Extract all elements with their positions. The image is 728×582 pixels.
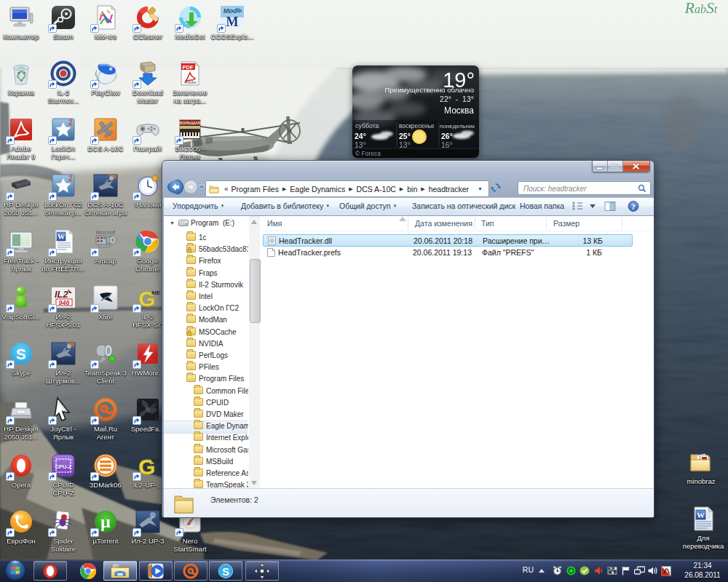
svg-text:Преимущественно облачно: Преимущественно облачно xyxy=(385,86,474,94)
svg-text:946: 946 xyxy=(58,299,70,306)
svg-text:2: 2 xyxy=(68,175,73,183)
svg-text:понедельник: понедельник xyxy=(440,123,475,129)
svg-text:Adobe: Adobe xyxy=(185,80,197,84)
svg-text:ME: ME xyxy=(151,458,161,464)
svg-text:13°: 13° xyxy=(399,140,411,149)
svg-text:воскресенье: воскресенье xyxy=(399,122,435,129)
svg-text:Microsoft: Microsoft xyxy=(96,230,116,235)
svg-text:16°: 16° xyxy=(441,140,453,149)
svg-text:W: W xyxy=(697,511,705,519)
svg-text:Mod: Mod xyxy=(223,7,237,15)
svg-text:RabSt: RabSt xyxy=(684,0,718,17)
svg-text:13°: 13° xyxy=(355,140,366,149)
svg-text:26°: 26° xyxy=(441,132,453,140)
svg-text:PDF: PDF xyxy=(183,64,194,71)
svg-text:суббота: суббота xyxy=(355,122,379,129)
svg-text:24°: 24° xyxy=(355,132,366,140)
svg-text:Москва: Москва xyxy=(444,105,474,116)
svg-text:?: ? xyxy=(631,202,636,211)
svg-text:22° - 13°: 22° - 13° xyxy=(440,95,474,103)
svg-text:ME: ME xyxy=(151,290,161,296)
svg-text:S: S xyxy=(16,346,26,362)
svg-text:IL2: IL2 xyxy=(55,289,69,300)
svg-text:© Foreca: © Foreca xyxy=(355,150,381,157)
svg-text:БОЛЬШАЯ: БОЛЬШАЯ xyxy=(179,121,200,125)
svg-text:M: M xyxy=(226,15,239,29)
svg-text:µ: µ xyxy=(100,512,111,531)
svg-text:CPU-Z: CPU-Z xyxy=(55,463,72,470)
svg-text:25°: 25° xyxy=(399,132,411,140)
svg-text:W: W xyxy=(58,233,65,241)
svg-text:2: 2 xyxy=(68,119,73,127)
svg-text:S: S xyxy=(222,565,229,577)
